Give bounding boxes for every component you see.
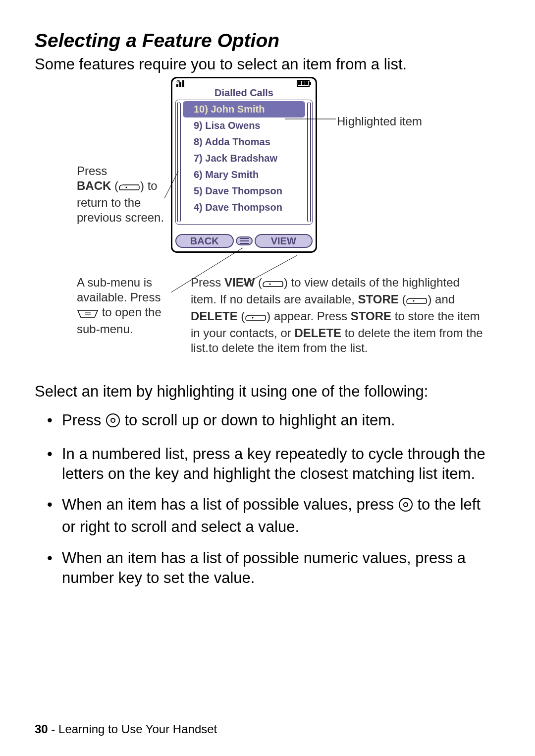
- svg-rect-8: [305, 81, 308, 85]
- menu-key-icon: [77, 307, 99, 322]
- svg-rect-1: [179, 82, 181, 87]
- softkey-glyph-icon: [406, 294, 428, 309]
- text: Press: [62, 411, 106, 429]
- callout-highlighted: Highlighted item: [337, 114, 436, 129]
- key-delete: DELETE: [294, 326, 341, 340]
- svg-rect-9: [240, 238, 249, 239]
- list-item: 9) Lisa Owens: [176, 117, 312, 134]
- softkey-bar: BACK VIEW: [175, 233, 313, 248]
- svg-rect-6: [298, 81, 301, 85]
- bullet-3: When an item has a list of possible valu…: [35, 495, 490, 537]
- scrollbar-right: [307, 102, 311, 222]
- softkey-glyph-icon: [118, 180, 140, 195]
- svg-rect-10: [240, 240, 249, 241]
- svg-rect-0: [176, 84, 178, 87]
- text: When an item has a list of possible valu…: [62, 496, 398, 513]
- text: Press: [191, 276, 224, 289]
- list-area: 10) John Smith9) Lisa Owens8) Adda Thoma…: [175, 100, 313, 225]
- nav-circle-icon: [106, 413, 120, 433]
- phone-screen-illustration: Dialled Calls 10) John Smith9) Lisa Owen…: [171, 77, 317, 253]
- section-heading: Selecting a Feature Option: [35, 30, 279, 52]
- list-item: 7) Jack Bradshaw: [176, 150, 312, 167]
- bullet-4: When an item has a list of possible nume…: [35, 548, 490, 588]
- text: A sub-menu is available. Press: [77, 276, 160, 304]
- softkey-glyph-icon: [262, 277, 284, 292]
- svg-point-19: [269, 284, 271, 285]
- bullet-1: Press to scroll up or down to highlight …: [35, 410, 490, 433]
- page-footer: 30 - Learning to Use Your Handset: [35, 722, 217, 736]
- key-view: VIEW: [224, 276, 255, 289]
- softkey-back: BACK: [175, 234, 234, 248]
- svg-rect-5: [309, 82, 311, 85]
- svg-rect-7: [302, 81, 305, 85]
- intro-text: Some features require you to select an i…: [35, 56, 490, 73]
- softkey-menu: [236, 236, 253, 245]
- page-number: 30: [35, 722, 48, 736]
- softkey-glyph-icon: [245, 311, 267, 326]
- svg-point-22: [107, 414, 119, 427]
- svg-point-3: [177, 80, 179, 82]
- svg-point-21: [252, 317, 254, 319]
- battery-icon: [297, 80, 312, 87]
- list-item: 4) Dave Thompson: [176, 199, 312, 216]
- callout-view: Press VIEW () to view details of the hig…: [191, 275, 488, 355]
- callout-back: Press BACK () to return to the previous …: [77, 164, 166, 225]
- key-back: BACK: [77, 179, 111, 192]
- list-item: 5) Dave Thompson: [176, 183, 312, 199]
- key-store: STORE: [358, 292, 399, 306]
- text: and: [431, 292, 455, 306]
- key-delete: DELETE: [191, 309, 238, 323]
- bullet-2: In a numbered list, press a key repeated…: [35, 444, 490, 484]
- signal-icon: [176, 79, 189, 87]
- key-store: STORE: [351, 309, 391, 323]
- svg-rect-11: [240, 243, 249, 244]
- svg-point-20: [413, 300, 415, 302]
- text: to scroll up or down to highlight an ite…: [120, 411, 395, 429]
- softkey-view: VIEW: [255, 234, 313, 248]
- callout-submenu: A sub-menu is available. Press to open t…: [77, 275, 181, 337]
- svg-rect-2: [182, 80, 184, 87]
- screen-title: Dialled Calls: [172, 87, 316, 100]
- list-item: 8) Adda Thomas: [176, 134, 312, 150]
- text: Press: [77, 164, 107, 177]
- body-text-block: Select an item by highlighting it using …: [35, 382, 490, 599]
- body-lead: Select an item by highlighting it using …: [35, 382, 490, 402]
- list-item-highlighted: 10) John Smith: [183, 101, 305, 117]
- nav-circle-icon: [398, 497, 413, 517]
- svg-point-23: [111, 418, 115, 422]
- svg-point-25: [404, 503, 408, 507]
- status-bar: [172, 78, 316, 87]
- text: appear. Press: [270, 309, 350, 323]
- list-item: 6) Mary Smith: [176, 167, 312, 183]
- footer-section: Learning to Use Your Handset: [58, 722, 217, 736]
- scrollbar-left: [177, 102, 181, 222]
- svg-point-24: [399, 498, 412, 511]
- svg-point-16: [126, 187, 127, 188]
